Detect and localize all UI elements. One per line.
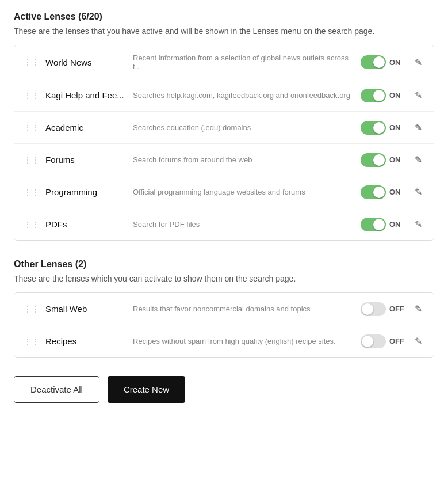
pencil-icon: ✎ xyxy=(415,58,422,67)
create-new-button[interactable]: Create New xyxy=(108,376,185,403)
toggle-switch[interactable] xyxy=(361,89,386,102)
toggle-switch[interactable] xyxy=(361,218,386,231)
lens-row: ⋮⋮World NewsRecent information from a se… xyxy=(14,45,434,79)
lens-description: Searches education (.edu) domains xyxy=(133,123,354,132)
deactivate-all-button[interactable]: Deactivate All xyxy=(14,376,99,403)
toggle-switch[interactable] xyxy=(361,55,386,69)
lens-name: Forums xyxy=(45,155,126,165)
lens-description: Results that favor noncommercial domains… xyxy=(133,305,354,313)
toggle-label: ON xyxy=(389,188,405,196)
toggle-label: ON xyxy=(389,220,405,229)
lens-name: PDFs xyxy=(45,219,126,229)
edit-lens-button[interactable]: ✎ xyxy=(412,184,424,200)
lens-description: Official programming language websites a… xyxy=(133,188,354,196)
lens-name: Kagi Help and Fee... xyxy=(45,90,126,100)
lens-description: Recipes without spam from high quality (… xyxy=(133,337,354,345)
toggle-knob xyxy=(373,56,385,68)
lens-row: ⋮⋮RecipesRecipes without spam from high … xyxy=(14,325,434,357)
toggle-label: ON xyxy=(389,91,405,100)
toggle-container: ON xyxy=(361,55,405,69)
toggle-container: ON xyxy=(361,89,405,102)
toggle-container: ON xyxy=(361,153,405,167)
pencil-icon: ✎ xyxy=(415,155,422,165)
lens-row: ⋮⋮PDFsSearch for PDF filesON✎ xyxy=(14,208,434,240)
lens-description: Recent information from a selection of g… xyxy=(133,54,354,71)
active-lenses-description: These are the lenses that you have activ… xyxy=(14,26,434,36)
toggle-container: OFF xyxy=(361,334,405,348)
toggle-label: ON xyxy=(389,58,405,67)
lens-row: ⋮⋮ForumsSearch forums from around the we… xyxy=(14,144,434,176)
toggle-knob xyxy=(362,303,373,315)
pencil-icon: ✎ xyxy=(415,187,422,197)
other-lenses-list: ⋮⋮Small WebResults that favor noncommerc… xyxy=(14,292,434,358)
lens-description: Search forums from around the web xyxy=(133,155,354,164)
toggle-switch[interactable] xyxy=(361,302,386,316)
toggle-switch[interactable] xyxy=(361,121,386,135)
toggle-knob xyxy=(373,122,385,134)
toggle-switch[interactable] xyxy=(361,153,386,167)
pencil-icon: ✎ xyxy=(415,123,422,132)
lens-row: ⋮⋮Kagi Help and Fee...Searches help.kagi… xyxy=(14,79,434,112)
toggle-container: ON xyxy=(361,185,405,199)
pencil-icon: ✎ xyxy=(415,336,422,346)
drag-handle-icon[interactable]: ⋮⋮ xyxy=(24,220,39,229)
drag-handle-icon[interactable]: ⋮⋮ xyxy=(24,305,39,314)
edit-lens-button[interactable]: ✎ xyxy=(412,333,424,349)
edit-lens-button[interactable]: ✎ xyxy=(412,152,424,168)
lens-name: Programming xyxy=(45,187,126,197)
edit-lens-button[interactable]: ✎ xyxy=(412,120,424,135)
drag-handle-icon[interactable]: ⋮⋮ xyxy=(24,188,39,197)
drag-handle-icon[interactable]: ⋮⋮ xyxy=(24,155,39,165)
active-lenses-list: ⋮⋮World NewsRecent information from a se… xyxy=(14,45,434,241)
pencil-icon: ✎ xyxy=(415,90,422,100)
drag-handle-icon[interactable]: ⋮⋮ xyxy=(24,91,39,100)
other-lenses-section: Other Lenses (2) These are the lenses wh… xyxy=(14,259,434,358)
lens-description: Search for PDF files xyxy=(133,220,354,229)
lens-row: ⋮⋮ProgrammingOfficial programming langua… xyxy=(14,176,434,208)
toggle-knob xyxy=(362,336,373,347)
toggle-container: OFF xyxy=(361,302,405,316)
active-lenses-section: Active Lenses (6/20) These are the lense… xyxy=(14,12,434,241)
toggle-knob xyxy=(373,187,385,198)
toggle-knob xyxy=(373,219,385,230)
toggle-container: ON xyxy=(361,121,405,135)
toggle-container: ON xyxy=(361,218,405,231)
lens-name: Recipes xyxy=(45,336,126,346)
lens-row: ⋮⋮Small WebResults that favor noncommerc… xyxy=(14,293,434,325)
edit-lens-button[interactable]: ✎ xyxy=(412,88,424,103)
other-lenses-title: Other Lenses (2) xyxy=(14,259,434,269)
toggle-label: ON xyxy=(389,155,405,164)
toggle-label: OFF xyxy=(389,337,405,345)
lens-description: Searches help.kagi.com, kagifeedback.org… xyxy=(133,91,354,100)
edit-lens-button[interactable]: ✎ xyxy=(412,301,424,317)
toggle-switch[interactable] xyxy=(361,334,386,348)
bottom-actions: Deactivate All Create New xyxy=(14,376,434,403)
pencil-icon: ✎ xyxy=(415,304,422,314)
lens-row: ⋮⋮AcademicSearches education (.edu) doma… xyxy=(14,112,434,144)
toggle-knob xyxy=(373,90,385,101)
lens-name: Small Web xyxy=(45,304,126,314)
active-lenses-title: Active Lenses (6/20) xyxy=(14,12,434,22)
drag-handle-icon[interactable]: ⋮⋮ xyxy=(24,337,39,346)
drag-handle-icon[interactable]: ⋮⋮ xyxy=(24,123,39,132)
lens-name: World News xyxy=(45,58,126,67)
toggle-switch[interactable] xyxy=(361,185,386,199)
lens-name: Academic xyxy=(45,123,126,132)
toggle-label: ON xyxy=(389,123,405,132)
other-lenses-description: These are the lenses which you can activ… xyxy=(14,274,434,283)
toggle-label: OFF xyxy=(389,305,405,313)
edit-lens-button[interactable]: ✎ xyxy=(412,216,424,232)
drag-handle-icon[interactable]: ⋮⋮ xyxy=(24,58,39,67)
edit-lens-button[interactable]: ✎ xyxy=(412,55,424,70)
pencil-icon: ✎ xyxy=(415,219,422,229)
toggle-knob xyxy=(373,154,385,166)
